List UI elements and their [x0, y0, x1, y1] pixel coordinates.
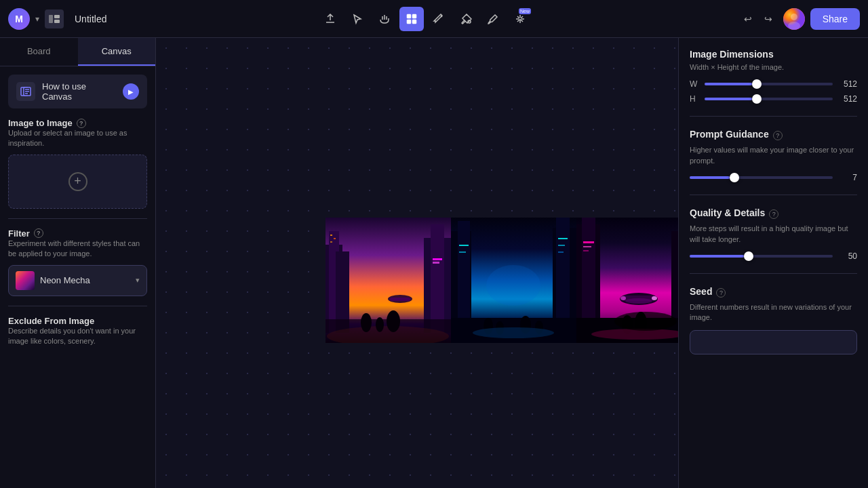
- redo-button[interactable]: ↪: [759, 9, 778, 28]
- svg-rect-22: [330, 241, 332, 243]
- prompt-guidance-fill: [690, 176, 730, 179]
- svg-rect-58: [583, 250, 589, 251]
- image-to-image-title: Image to Image: [8, 118, 73, 128]
- svg-rect-20: [330, 235, 332, 236]
- generated-image-2[interactable]: [451, 218, 576, 343]
- svg-rect-43: [558, 251, 564, 253]
- width-slider-row: W 512: [690, 79, 857, 89]
- how-to-play-button[interactable]: ▶: [123, 83, 139, 100]
- svg-rect-3: [407, 14, 411, 18]
- height-slider-row: H 512: [690, 94, 857, 104]
- right-sidebar: Image Dimensions Width × Height of the i…: [678, 38, 868, 488]
- height-thumb[interactable]: [752, 94, 762, 104]
- filter-desc: Experiment with different styles that ca…: [8, 239, 147, 260]
- filter-title: Filter: [8, 228, 30, 239]
- exclude-desc: Describe details you don't want in your …: [8, 326, 147, 347]
- prompt-guidance-header: Prompt Guidance ?: [690, 129, 857, 142]
- sidebar-content: How to use Canvas ▶ Image to Image ? Upl…: [0, 66, 155, 354]
- upload-plus-icon: +: [68, 172, 87, 191]
- width-thumb[interactable]: [752, 79, 762, 89]
- width-value: 512: [838, 79, 857, 89]
- topbar: M ▾ Untitled: [0, 0, 868, 38]
- svg-rect-36: [458, 221, 470, 333]
- seed-input-wrap[interactable]: [690, 330, 857, 354]
- svg-rect-1: [54, 15, 60, 18]
- svg-rect-26: [433, 262, 439, 264]
- height-label: H: [690, 94, 699, 104]
- svg-rect-41: [558, 238, 568, 239]
- undo-redo-group: ↩ ↪: [738, 9, 778, 28]
- tool-brush[interactable]: [481, 7, 505, 31]
- how-to-canvas-card[interactable]: How to use Canvas ▶: [8, 75, 147, 108]
- seed-info[interactable]: ?: [716, 288, 726, 298]
- topbar-right: ↩ ↪ Share: [738, 8, 860, 30]
- quality-details-info[interactable]: ?: [769, 209, 778, 219]
- svg-point-10: [788, 22, 800, 30]
- panels-toggle[interactable]: [45, 9, 64, 28]
- quality-details-track: [690, 255, 833, 258]
- svg-rect-6: [412, 20, 416, 24]
- prompt-guidance-info[interactable]: ?: [773, 131, 783, 140]
- svg-rect-21: [334, 238, 336, 239]
- exclude-title: Exclude From Image: [8, 316, 94, 326]
- svg-rect-5: [407, 20, 411, 24]
- width-track: [705, 83, 833, 85]
- filter-header: Filter ?: [8, 228, 147, 239]
- generated-images-row: [326, 218, 678, 343]
- quality-details-header: Quality & Details ?: [690, 207, 857, 221]
- svg-point-44: [486, 265, 540, 306]
- share-button[interactable]: Share: [810, 8, 860, 30]
- svg-rect-40: [459, 251, 466, 253]
- how-to-icon: [16, 82, 35, 101]
- generated-image-3[interactable]: [576, 218, 678, 343]
- filter-thumbnail: [16, 271, 35, 290]
- undo-button[interactable]: ↩: [738, 9, 757, 28]
- prompt-guidance-slider-row: 7: [690, 173, 857, 182]
- svg-rect-2: [54, 20, 60, 23]
- quality-details-fill: [690, 255, 744, 258]
- filter-chevron-icon: ▾: [136, 276, 140, 285]
- generated-image-1[interactable]: [326, 218, 451, 343]
- svg-rect-39: [459, 245, 469, 246]
- tool-fill[interactable]: [454, 7, 478, 31]
- canvas-area[interactable]: Generation frame 512×512: [156, 38, 678, 488]
- filter-selected-label: Neon Mecha: [40, 275, 130, 285]
- tool-magic[interactable]: New: [508, 7, 532, 31]
- seed-header: Seed ?: [690, 286, 857, 300]
- tool-hand[interactable]: [372, 7, 397, 31]
- image-to-image-desc: Upload or select an image to use as insp…: [8, 128, 147, 149]
- tool-select[interactable]: [345, 7, 370, 31]
- quality-details-thumb[interactable]: [744, 251, 753, 261]
- tab-board[interactable]: Board: [0, 38, 78, 66]
- filter-info[interactable]: ?: [34, 228, 43, 238]
- tool-pen[interactable]: [427, 7, 451, 31]
- sidebar-tabs: Board Canvas: [0, 38, 155, 66]
- logo[interactable]: M: [8, 8, 30, 30]
- svg-rect-4: [412, 14, 416, 18]
- seed-section: Seed ? Different numbers result in new v…: [690, 286, 857, 354]
- width-label: W: [690, 79, 699, 89]
- tool-generate[interactable]: [399, 7, 424, 31]
- image-dimensions-desc: Width × Height of the image.: [690, 62, 857, 73]
- exclude-section: Exclude From Image Describe details you …: [8, 316, 147, 347]
- image-to-image-info[interactable]: ?: [77, 119, 86, 128]
- svg-point-30: [376, 317, 384, 332]
- user-avatar[interactable]: [783, 8, 805, 30]
- prompt-guidance-thumb[interactable]: [730, 173, 739, 182]
- exclude-header: Exclude From Image: [8, 316, 147, 326]
- tab-canvas[interactable]: Canvas: [78, 38, 156, 66]
- prompt-guidance-track: [690, 176, 833, 179]
- prompt-guidance-section: Prompt Guidance ? Higher values will mak…: [690, 129, 857, 182]
- toolbar: New: [117, 7, 732, 31]
- tool-export[interactable]: [318, 7, 342, 31]
- image-upload-area[interactable]: +: [8, 155, 147, 209]
- image-to-image-header: Image to Image ?: [8, 118, 147, 128]
- main-content: Board Canvas How to use Canvas ▶: [0, 38, 868, 488]
- image-dimensions-title: Image Dimensions: [690, 49, 857, 60]
- svg-point-68: [620, 296, 626, 300]
- new-badge: New: [519, 8, 531, 14]
- height-value: 512: [838, 94, 857, 104]
- logo-chevron[interactable]: ▾: [35, 14, 39, 24]
- filter-dropdown[interactable]: Neon Mecha ▾: [8, 265, 147, 296]
- seed-title: Seed: [690, 286, 712, 297]
